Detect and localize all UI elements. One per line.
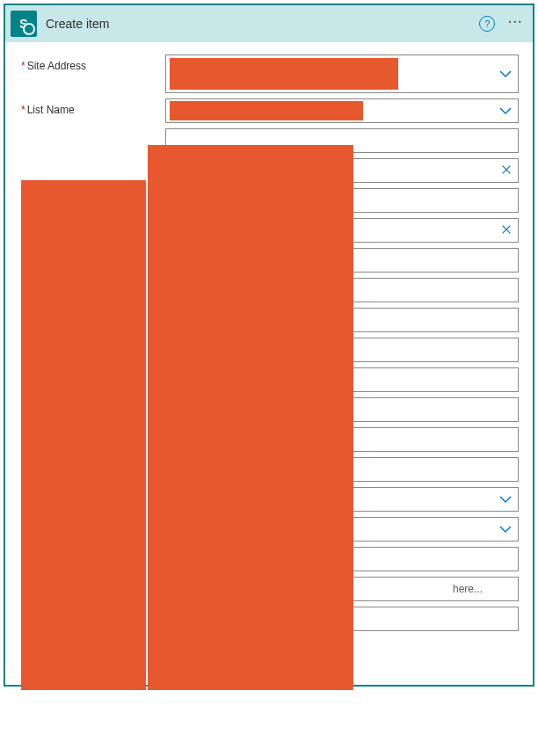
- field-input[interactable]: [165, 607, 519, 631]
- field-input[interactable]: [165, 487, 519, 512]
- chevron-down-icon[interactable]: [498, 67, 513, 81]
- field-input[interactable]: [165, 158, 519, 183]
- close-icon[interactable]: [500, 223, 513, 238]
- more-menu-icon[interactable]: ···: [507, 16, 522, 32]
- placeholder-text: here...: [453, 583, 483, 595]
- site-address-input[interactable]: [165, 55, 519, 93]
- redacted-block: [21, 180, 146, 690]
- field-input[interactable]: [165, 397, 519, 422]
- field-input[interactable]: [165, 367, 519, 392]
- chevron-down-icon[interactable]: [498, 522, 513, 536]
- card-body: Site Address List Name: [5, 42, 533, 645]
- label-list-name: List Name: [21, 98, 165, 116]
- redacted-block: [170, 58, 398, 90]
- sharepoint-icon: S: [11, 11, 37, 37]
- list-name-input[interactable]: [165, 98, 519, 123]
- field-input[interactable]: [165, 338, 519, 362]
- help-icon[interactable]: ?: [479, 16, 495, 32]
- card-header[interactable]: S Create item ? ···: [5, 5, 533, 42]
- redacted-block: [170, 101, 363, 120]
- field-input[interactable]: [165, 547, 519, 571]
- close-icon[interactable]: [500, 164, 513, 178]
- chevron-down-icon[interactable]: [498, 104, 513, 118]
- card-title: Create item: [46, 17, 470, 31]
- field-input[interactable]: [165, 248, 519, 273]
- field-input[interactable]: [165, 308, 519, 332]
- field-input[interactable]: [165, 218, 519, 243]
- field-input[interactable]: [165, 278, 519, 302]
- field-input[interactable]: [165, 427, 519, 452]
- label-site-address: Site Address: [21, 55, 165, 72]
- chevron-down-icon[interactable]: [498, 492, 513, 506]
- action-card: S Create item ? ··· Site Address List Na…: [4, 4, 534, 687]
- field-input[interactable]: [165, 188, 519, 213]
- field-input[interactable]: [165, 128, 519, 153]
- field-input[interactable]: here...: [165, 577, 519, 601]
- field-input[interactable]: [165, 457, 519, 482]
- field-input[interactable]: [165, 517, 519, 542]
